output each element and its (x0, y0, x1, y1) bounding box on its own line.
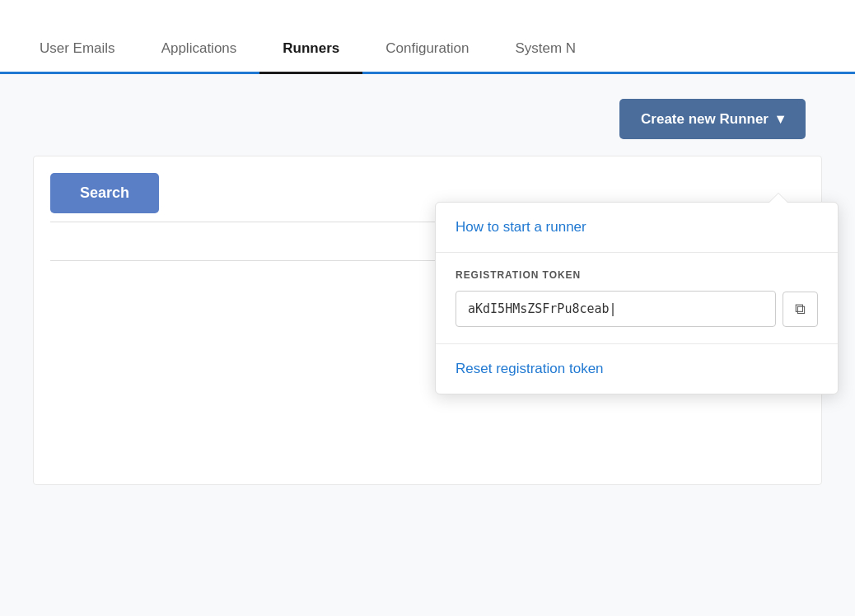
copy-icon: ⧉ (795, 301, 806, 318)
create-runner-dropdown: How to start a runner REGISTRATION TOKEN… (435, 202, 839, 394)
create-new-runner-button[interactable]: Create new Runner ▾ (619, 99, 806, 139)
token-row: ⧉ (456, 291, 818, 327)
tab-applications[interactable]: Applications (138, 26, 260, 74)
how-to-start-link[interactable]: How to start a runner (456, 219, 586, 235)
nav-tabs: User Emails Applications Runners Configu… (0, 0, 855, 74)
how-to-start-section: How to start a runner (436, 203, 838, 253)
reset-registration-token-link[interactable]: Reset registration token (456, 361, 604, 376)
create-runner-label: Create new Runner (641, 111, 769, 128)
main-content: Create new Runner ▾ Search Last Online T… (0, 74, 855, 616)
reg-token-label: REGISTRATION TOKEN (456, 269, 818, 281)
tab-runners[interactable]: Runners (259, 26, 362, 74)
tab-configuration[interactable]: Configuration (362, 26, 492, 74)
tab-system-n[interactable]: System N (492, 26, 599, 74)
registration-token-input[interactable] (456, 291, 776, 327)
reset-token-section: Reset registration token (436, 344, 838, 394)
registration-token-section: REGISTRATION TOKEN ⧉ (436, 253, 838, 344)
copy-token-button[interactable]: ⧉ (783, 292, 818, 327)
search-button[interactable]: Search (50, 173, 159, 213)
dropdown-arrow-icon: ▾ (777, 110, 784, 128)
top-bar: Create new Runner ▾ (33, 99, 822, 139)
tab-user-emails[interactable]: User Emails (16, 26, 138, 74)
